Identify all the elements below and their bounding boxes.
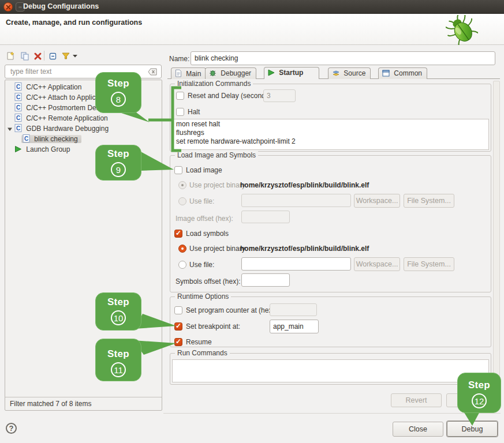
set-breakpoint-label: Set breakpoint at: <box>186 322 240 331</box>
group-title: Load Image and Symbols <box>175 151 258 159</box>
c-file-icon: C <box>14 82 22 91</box>
step-number-badge: 12 <box>472 393 487 408</box>
image-project-binary-path: home/krzysztof/esp/blink/build/blink.elf <box>240 181 369 189</box>
step-word: Step <box>96 148 141 160</box>
c-file-icon: C <box>23 134 30 142</box>
symbols-use-project-binary-label: Use project binary: <box>189 245 247 253</box>
load-symbols-label: Load symbols <box>186 230 229 238</box>
svg-text:C: C <box>16 125 20 132</box>
image-use-file-label: Use file: <box>189 197 214 205</box>
launch-group-icon <box>14 145 22 153</box>
tree-item-cpp-remote[interactable]: C C/C++ Remote Application <box>5 113 162 123</box>
new-configuration-icon <box>6 51 15 61</box>
c-file-icon: C <box>14 103 22 111</box>
tree-item-label: GDB Hardware Debugging <box>26 125 109 133</box>
delete-icon <box>33 51 43 61</box>
svg-text:C: C <box>16 115 20 121</box>
image-file-system-button[interactable]: File System... <box>404 194 454 208</box>
vertical-scrollbar[interactable] <box>493 81 500 398</box>
step-word: Step <box>96 348 141 360</box>
image-offset-input[interactable] <box>241 211 290 223</box>
debug-button[interactable]: Debug <box>447 421 498 437</box>
tab-common[interactable]: Common <box>378 67 427 79</box>
set-breakpoint-checkbox[interactable]: ✓ <box>174 322 182 331</box>
set-program-counter-checkbox[interactable] <box>174 306 182 314</box>
check-icon: ✓ <box>176 337 181 346</box>
run-commands-group: Run Commands <box>170 353 491 385</box>
symbols-project-binary-path: home/krzysztof/esp/blink/build/blink.elf <box>240 245 369 253</box>
step-number-badge: 9 <box>111 162 126 177</box>
symbols-offset-label: Symbols offset (hex): <box>176 277 241 286</box>
check-icon: ✓ <box>176 229 181 237</box>
filter-status-text: Filter matched 7 of 8 items <box>10 400 91 408</box>
step-word: Step <box>96 296 141 308</box>
load-image-checkbox[interactable] <box>174 166 182 174</box>
initialization-commands-group: Initialization Commands Reset and Delay … <box>170 84 491 152</box>
image-file-input[interactable] <box>241 194 351 207</box>
duplicate-configuration-button[interactable] <box>19 51 31 61</box>
close-button[interactable]: Close <box>393 422 443 437</box>
tab-label: Startup <box>279 69 303 77</box>
close-icon <box>6 5 11 10</box>
filter-icon <box>61 51 71 61</box>
symbols-file-input[interactable] <box>241 257 351 271</box>
tab-debugger[interactable]: Debugger <box>205 67 256 79</box>
svg-text:C: C <box>16 84 20 90</box>
c-file-icon: C <box>14 124 22 132</box>
window-close-button[interactable] <box>3 2 13 12</box>
image-offset-label: Image offset (hex): <box>176 215 233 223</box>
tree-item-blink-checking[interactable]: C blink checking <box>5 134 162 144</box>
run-commands-textarea[interactable] <box>172 359 489 382</box>
reset-delay-input[interactable] <box>263 89 296 102</box>
reset-and-delay-label: Reset and Delay (seconds): <box>188 92 273 100</box>
image-use-file-radio[interactable] <box>178 197 186 205</box>
footer-divider <box>163 413 501 414</box>
delete-configuration-button[interactable] <box>32 51 44 61</box>
tree-item-label: C/C++ Postmortem Deb <box>26 104 100 112</box>
reset-and-delay-checkbox[interactable] <box>176 92 184 100</box>
image-use-project-binary-label: Use project binary: <box>189 181 247 189</box>
svg-text:C: C <box>16 104 20 111</box>
toolbar-separator <box>44 51 44 61</box>
source-icon <box>332 69 339 77</box>
halt-checkbox[interactable] <box>176 108 184 116</box>
dialog-subtitle: Create, manage, and run configurations <box>6 18 142 27</box>
breakpoint-input[interactable] <box>270 320 319 333</box>
help-button[interactable]: ? <box>6 423 17 434</box>
collapse-all-button[interactable] <box>47 51 59 61</box>
filter-configurations-button[interactable] <box>60 51 72 61</box>
symbols-use-file-radio[interactable] <box>178 261 186 269</box>
tree-item-label: blink checking <box>34 135 77 143</box>
set-program-counter-label: Set program counter at (hex): <box>186 306 277 314</box>
status-separator <box>5 397 162 397</box>
expander-icon[interactable] <box>8 127 13 132</box>
program-counter-input[interactable] <box>270 303 317 316</box>
tab-startup[interactable]: Startup <box>264 67 319 79</box>
clear-filter-icon[interactable] <box>148 68 158 76</box>
symbols-workspace-button[interactable]: Workspace... <box>354 257 400 271</box>
toolbar-menu-button[interactable] <box>72 51 79 61</box>
tab-source[interactable]: Source <box>328 67 371 79</box>
name-input[interactable] <box>191 51 495 65</box>
tab-label: Source <box>344 69 365 77</box>
tab-main[interactable]: Main <box>171 67 206 79</box>
image-workspace-button[interactable]: Workspace... <box>354 194 400 208</box>
image-use-project-binary-radio[interactable] <box>178 181 186 189</box>
group-title: Initialization Commands <box>175 80 253 88</box>
symbols-file-system-button[interactable]: File System... <box>404 257 454 271</box>
step-number-badge: 10 <box>111 310 126 325</box>
step-word: Step <box>96 78 141 89</box>
symbols-use-project-binary-radio[interactable] <box>178 245 186 253</box>
step-number-badge: 11 <box>111 362 126 377</box>
revert-button[interactable]: Revert <box>391 393 442 407</box>
symbols-offset-input[interactable] <box>241 273 290 287</box>
load-symbols-checkbox[interactable]: ✓ <box>174 230 182 238</box>
tab-label: Main <box>186 70 201 78</box>
tree-item-gdb-hardware-debugging[interactable]: C GDB Hardware Debugging <box>5 123 162 134</box>
init-commands-textarea[interactable]: mon reset halt flushregs set remote hard… <box>172 119 489 150</box>
resume-checkbox[interactable]: ✓ <box>174 338 182 346</box>
tree-item-label: C/C++ Application <box>26 83 81 91</box>
new-configuration-button[interactable] <box>5 51 16 61</box>
group-title: Runtime Options <box>175 292 231 301</box>
tab-label: Debugger <box>221 69 251 77</box>
